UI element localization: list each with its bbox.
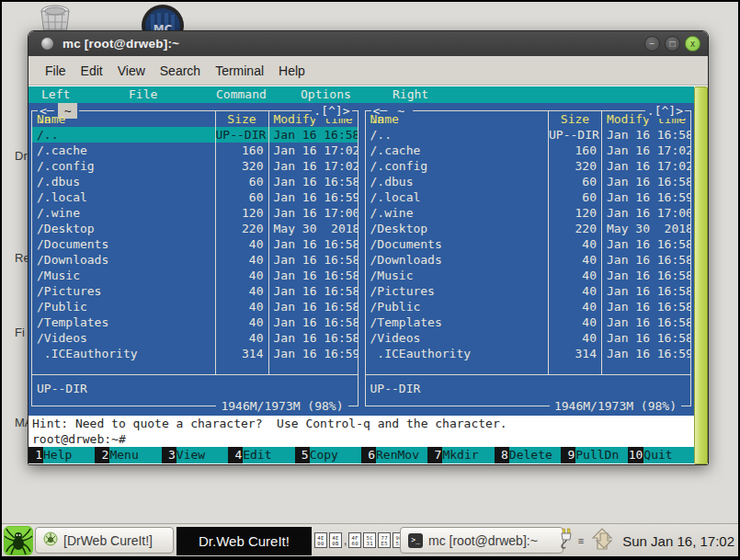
menubar-item[interactable]: View: [110, 60, 153, 82]
desktop-icon-partial-label: Fi: [15, 326, 25, 339]
missing-glyph-box: 77E5: [378, 532, 391, 548]
menubar-item[interactable]: Help: [271, 60, 313, 82]
right-panel: <─~ .[^]> .nName Size Modify time: [365, 110, 692, 406]
file-row[interactable]: /Desktop 220 May 30 2018: [366, 221, 691, 236]
fkey-button[interactable]: 2Menu: [95, 447, 161, 463]
window-title: mc [root@drweb]:~: [63, 37, 179, 51]
drweb-task-icon: [43, 531, 58, 549]
mc-menu-item[interactable]: Right: [393, 86, 428, 103]
titlebar[interactable]: mc [root@drweb]:~ − □ x: [28, 31, 708, 56]
hint-line: Hint: Need to quote a character? Use Con…: [28, 416, 694, 431]
fkey-button[interactable]: 1Help: [28, 447, 95, 463]
maximize-button[interactable]: □: [665, 36, 680, 51]
file-row[interactable]: /Music 40 Jan 16 16:58: [366, 268, 691, 283]
file-row[interactable]: /Music 40 Jan 16 16:58: [32, 268, 358, 283]
left-panel: <─~ .[^]> .nName Size Modify time: [31, 110, 359, 406]
file-row[interactable]: /Videos 40 Jan 16 16:58: [32, 330, 358, 346]
task-button-drweb[interactable]: [DrWeb CureIt!]: [35, 527, 174, 554]
mc-menu-item[interactable]: Options: [301, 86, 351, 103]
terminal-scrollbar[interactable]: [694, 86, 708, 464]
taskbar: [DrWeb CureIt!] Dr.Web CureIt! 4E004E0B …: [2, 523, 738, 556]
file-row[interactable]: /Templates 40 Jan 16 16:58: [366, 314, 691, 330]
file-row[interactable]: /.wine 120 Jan 16 17:00: [32, 205, 358, 221]
col-time[interactable]: Modify time: [268, 111, 358, 127]
fkey-button[interactable]: 8Delete: [495, 447, 561, 463]
menu-lines-icon[interactable]: ≡: [578, 535, 584, 546]
left-free-space: 1946M/1973M (98%): [216, 398, 347, 414]
file-row[interactable]: /.cache 160 Jan 16 17:02: [32, 143, 358, 158]
plug-icon[interactable]: [559, 528, 574, 554]
fkey-button[interactable]: 3View: [162, 447, 228, 463]
cjk-title-task[interactable]: 4E004E0B , 4F605C3177E59053 ]: [314, 532, 411, 548]
mc-menu-item[interactable]: File: [129, 86, 157, 103]
file-row[interactable]: /Downloads 40 Jan 16 16:58: [32, 252, 358, 268]
right-file-list: /.. UP--DIR Jan 16 16:58 /.cache 160 Jan…: [366, 127, 691, 361]
sort-indicator: .n: [37, 111, 51, 127]
mc-menu-item[interactable]: Command: [216, 86, 267, 103]
menubar-item[interactable]: Terminal: [208, 60, 271, 82]
window-icon: [41, 38, 53, 50]
col-size[interactable]: Size: [548, 111, 601, 127]
file-row[interactable]: /Public 40 Jan 16 16:58: [32, 299, 358, 314]
drweb-spider-icon[interactable]: [3, 525, 34, 556]
function-key-bar: 1Help 2Menu 3View 4Edit: [28, 447, 694, 463]
file-row[interactable]: /Pictures 40 Jan 16 16:58: [32, 283, 358, 299]
file-row[interactable]: /.local 60 Jan 16 16:59: [366, 189, 691, 205]
mc-window: mc [root@drweb]:~ − □ x FileEditViewSear…: [28, 30, 709, 465]
task-button-label: mc [root@drweb]:~: [428, 533, 538, 548]
file-row[interactable]: .ICEauthority 314 Jan 16 16:59: [366, 346, 691, 361]
missing-glyph-box: 5C31: [363, 532, 376, 548]
menubar-item[interactable]: File: [38, 60, 74, 82]
shell-prompt[interactable]: root@drweb:~#: [28, 431, 694, 447]
file-row[interactable]: /.. UP--DIR Jan 16 16:58: [32, 127, 358, 143]
file-row[interactable]: /.local 60 Jan 16 16:59: [32, 189, 358, 205]
cjk-comma: ,: [344, 534, 347, 547]
close-button[interactable]: x: [685, 36, 700, 51]
file-row[interactable]: /Videos 40 Jan 16 16:58: [366, 330, 691, 346]
file-row[interactable]: /.dbus 60 Jan 16 16:58: [366, 174, 691, 189]
mc-panels-area: <─~ .[^]> .nName Size Modify time: [28, 103, 694, 416]
file-row[interactable]: /.dbus 60 Jan 16 16:58: [32, 174, 358, 189]
fkey-button[interactable]: 10Quit: [628, 447, 694, 463]
file-row[interactable]: /.config 320 Jan 16 17:02: [366, 158, 691, 174]
task-button-mc[interactable]: >_ mc [root@drweb]:~: [400, 527, 564, 554]
file-row[interactable]: /Templates 40 Jan 16 16:58: [32, 314, 358, 330]
missing-glyph-box: 4F60: [348, 532, 361, 548]
menubar-item[interactable]: Search: [153, 60, 208, 82]
sort-indicator: .n: [370, 111, 385, 127]
file-row[interactable]: /.wine 120 Jan 16 17:00: [366, 205, 691, 221]
file-row[interactable]: /Pictures 40 Jan 16 16:58: [366, 283, 691, 299]
terminal-task-icon: >_: [408, 533, 423, 548]
file-row[interactable]: /Desktop 220 May 30 2018: [32, 221, 358, 236]
file-row[interactable]: /Public 40 Jan 16 16:58: [366, 299, 691, 314]
fkey-button[interactable]: 6RenMov: [361, 447, 427, 463]
fkey-button[interactable]: 4Edit: [228, 447, 294, 463]
update-arrows-icon[interactable]: [588, 527, 614, 554]
right-free-space: 1946M/1973M (98%): [550, 398, 681, 414]
file-row[interactable]: /.. UP--DIR Jan 16 16:58: [366, 127, 691, 143]
file-row[interactable]: /Documents 40 Jan 16 16:58: [366, 236, 691, 252]
desktop: MC DrReFiMA mc [root@drweb]:~ − □ x File…: [2, 2, 738, 556]
right-column-headers: .nName Size Modify time: [366, 111, 691, 127]
missing-glyph-box: 4E00: [314, 532, 327, 548]
mc-menu-item[interactable]: Left: [41, 86, 70, 103]
fkey-button[interactable]: 9PullDn: [561, 447, 627, 463]
file-row[interactable]: .ICEauthority 314 Jan 16 16:59: [32, 346, 358, 361]
fkey-button[interactable]: 7Mkdir: [427, 447, 494, 463]
taskbar-clock[interactable]: Sun Jan 16, 17:02: [622, 533, 734, 549]
mc-menubar: LeftFileCommandOptionsRight: [28, 86, 694, 103]
menubar-item[interactable]: Edit: [74, 60, 110, 82]
file-row[interactable]: /.config 320 Jan 16 17:02: [32, 158, 358, 174]
fkey-button[interactable]: 5Copy: [295, 447, 361, 463]
left-column-headers: .nName Size Modify time: [32, 111, 358, 127]
file-row[interactable]: /.cache 160 Jan 16 17:02: [366, 143, 691, 158]
desktop-icon-partial-label: Dr: [15, 149, 28, 163]
col-size[interactable]: Size: [215, 111, 268, 127]
screen: MC DrReFiMA mc [root@drweb]:~ − □ x File…: [0, 0, 740, 560]
task-button-label: [DrWeb CureIt!]: [63, 533, 153, 548]
file-row[interactable]: /Documents 40 Jan 16 16:58: [32, 236, 358, 252]
file-row[interactable]: /Downloads 40 Jan 16 16:58: [366, 252, 691, 268]
minimize-button[interactable]: −: [644, 36, 660, 51]
col-time[interactable]: Modify time: [601, 111, 690, 127]
missing-glyph-box: 4E0B: [329, 532, 342, 548]
